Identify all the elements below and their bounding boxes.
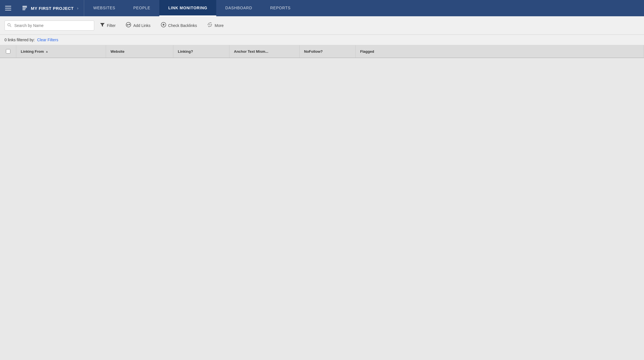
- top-navigation: MY FIRST PROJECT › WEBSITES PEOPLE LINK …: [0, 0, 644, 16]
- column-header-nofollow[interactable]: NoFollow?: [300, 45, 356, 58]
- column-header-linking-from[interactable]: Linking From ▲: [16, 45, 106, 58]
- search-icon: [7, 23, 12, 28]
- filter-label: Filter: [107, 23, 116, 28]
- svg-point-12: [211, 24, 212, 25]
- search-input[interactable]: [4, 20, 94, 31]
- nav-tabs: WEBSITES PEOPLE LINK MONITORING DASHBOAR…: [84, 0, 644, 16]
- column-header-anchor-text[interactable]: Anchor Text Mism...: [229, 45, 300, 58]
- check-backlinks-icon: [161, 22, 166, 29]
- search-container: [4, 20, 94, 31]
- project-chevron-icon: ›: [77, 6, 79, 10]
- column-header-website[interactable]: Website: [106, 45, 173, 58]
- table-container: Linking From ▲ Website Linking? Anchor T…: [0, 45, 644, 360]
- svg-rect-3: [22, 10, 25, 10]
- tab-link-monitoring[interactable]: LINK MONITORING: [159, 0, 216, 16]
- menu-button[interactable]: [0, 0, 16, 16]
- check-backlinks-button[interactable]: Check Backlinks: [156, 20, 202, 31]
- filter-status: 0 links filtered by:: [4, 38, 35, 42]
- column-header-linking[interactable]: Linking?: [173, 45, 229, 58]
- svg-point-11: [210, 24, 210, 25]
- check-backlinks-label: Check Backlinks: [168, 23, 197, 28]
- sort-ascending-icon: ▲: [45, 50, 48, 53]
- filter-button[interactable]: Filter: [95, 20, 120, 31]
- more-button[interactable]: More: [203, 20, 228, 31]
- clear-filters-link[interactable]: Clear Filters: [37, 38, 58, 42]
- hamburger-icon: [5, 6, 11, 10]
- svg-rect-2: [22, 8, 26, 9]
- svg-point-10: [208, 24, 209, 25]
- filter-bar: 0 links filtered by: Clear Filters: [0, 35, 644, 45]
- column-header-flagged[interactable]: Flagged: [356, 45, 644, 58]
- more-icon: [207, 22, 213, 29]
- add-links-label: Add Links: [133, 23, 150, 28]
- more-label: More: [215, 23, 224, 28]
- project-selector[interactable]: MY FIRST PROJECT ›: [16, 0, 84, 16]
- nofollow-label: NoFollow?: [304, 49, 323, 54]
- linking-from-label: Linking From: [21, 49, 44, 54]
- svg-rect-0: [22, 6, 27, 7]
- anchor-text-label: Anchor Text Mism...: [234, 49, 268, 54]
- add-links-icon: [126, 22, 131, 29]
- tab-websites[interactable]: WEBSITES: [84, 0, 124, 16]
- toolbar: Filter Add Links Check Backlinks: [0, 16, 644, 35]
- select-all-checkbox-cell: [0, 45, 16, 58]
- tab-people[interactable]: PEOPLE: [124, 0, 159, 16]
- empty-table-body: [0, 58, 644, 360]
- tab-dashboard[interactable]: DASHBOARD: [216, 0, 261, 16]
- add-links-button[interactable]: Add Links: [121, 20, 155, 31]
- select-all-checkbox[interactable]: [6, 49, 10, 54]
- flagged-label: Flagged: [360, 49, 374, 54]
- project-name: MY FIRST PROJECT: [31, 6, 74, 11]
- filter-icon: [100, 22, 105, 29]
- svg-point-9: [163, 24, 164, 25]
- svg-line-5: [10, 26, 11, 27]
- svg-rect-1: [22, 7, 27, 8]
- website-label: Website: [111, 49, 125, 54]
- tab-reports[interactable]: REPORTS: [261, 0, 300, 16]
- table-header: Linking From ▲ Website Linking? Anchor T…: [0, 45, 644, 58]
- project-icon: [22, 5, 27, 11]
- linking-label: Linking?: [178, 49, 193, 54]
